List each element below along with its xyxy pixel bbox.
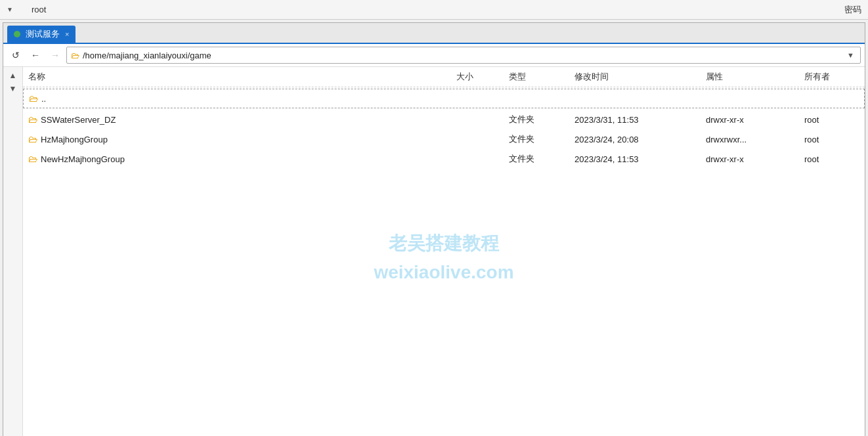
file-name-cell: 🗁 SSWaterServer_DZ bbox=[23, 112, 451, 127]
forward-button[interactable]: → bbox=[47, 47, 64, 64]
address-bar[interactable]: 🗁 ▼ bbox=[66, 47, 861, 64]
file-owner-cell: root bbox=[799, 132, 865, 146]
content-area: ▲ ▼ 老吴搭建教程 weixiaolive.com 名称 大小 类型 修改时间… bbox=[3, 67, 865, 436]
file-type-cell: 文件夹 bbox=[504, 112, 569, 127]
address-folder-icon: 🗁 bbox=[71, 51, 79, 60]
address-dropdown-arrow[interactable]: ▼ bbox=[845, 51, 856, 59]
col-permissions: 属性 bbox=[701, 70, 799, 84]
file-owner-cell: root bbox=[799, 112, 865, 127]
file-name-cell: 🗁 NewHzMajhongGroup bbox=[23, 152, 451, 166]
sidebar-up-arrow[interactable]: ▲ bbox=[9, 70, 17, 81]
file-rows: 🗁 .. 🗁 SSWaterServer_DZ 文件夹 2023/3/31, 1… bbox=[23, 87, 865, 436]
back-icon: ← bbox=[31, 50, 40, 60]
col-size: 大小 bbox=[451, 70, 504, 84]
refresh-icon: ↺ bbox=[12, 50, 20, 60]
forward-icon: → bbox=[51, 50, 60, 60]
refresh-button[interactable]: ↺ bbox=[7, 47, 24, 64]
top-bar-center: ▼ root bbox=[7, 5, 46, 14]
tab-service[interactable]: 测试服务 × bbox=[7, 26, 76, 43]
file-type-cell: 文件夹 bbox=[504, 152, 569, 166]
sidebar-down-arrow[interactable]: ▼ bbox=[9, 83, 17, 95]
file-type-cell: 文件夹 bbox=[504, 132, 569, 146]
dropdown-arrow-icon[interactable]: ▼ bbox=[7, 6, 13, 13]
left-sidebar: ▲ ▼ bbox=[3, 67, 23, 436]
parent-dir-owner bbox=[798, 92, 864, 105]
table-row[interactable]: 🗁 NewHzMajhongGroup 文件夹 2023/3/24, 11:53… bbox=[23, 149, 865, 169]
file-modified-cell: 2023/3/24, 20:08 bbox=[569, 132, 701, 146]
file-permissions-cell: drwxr-xr-x bbox=[701, 152, 799, 166]
col-modified: 修改时间 bbox=[569, 70, 701, 84]
file-permissions-cell: drwxr-xr-x bbox=[701, 112, 799, 127]
parent-dir-row[interactable]: 🗁 .. bbox=[23, 89, 865, 108]
tab-status-dot bbox=[14, 31, 20, 37]
parent-folder-icon: 🗁 bbox=[29, 93, 38, 104]
parent-dir-size bbox=[450, 92, 503, 105]
file-size-cell bbox=[451, 152, 504, 166]
file-modified-cell: 2023/3/24, 11:53 bbox=[569, 152, 701, 166]
toolbar: ↺ ← → 🗁 ▼ bbox=[3, 44, 865, 67]
file-modified-cell: 2023/3/31, 11:53 bbox=[569, 112, 701, 127]
col-name: 名称 bbox=[23, 70, 451, 84]
column-headers: 名称 大小 类型 修改时间 属性 所有者 bbox=[23, 67, 865, 87]
col-type: 类型 bbox=[504, 70, 569, 84]
file-name-cell: 🗁 HzMajhongGroup bbox=[23, 132, 451, 146]
back-button[interactable]: ← bbox=[27, 47, 44, 64]
folder-icon: 🗁 bbox=[28, 114, 37, 125]
folder-icon: 🗁 bbox=[28, 134, 37, 144]
main-window: 测试服务 × ↺ ← → 🗁 ▼ ▲ ▼ 老吴搭建教程 bbox=[3, 22, 865, 436]
table-row[interactable]: 🗁 HzMajhongGroup 文件夹 2023/3/24, 20:08 dr… bbox=[23, 129, 865, 149]
file-size-cell bbox=[451, 112, 504, 127]
file-permissions-cell: drwxrwxr... bbox=[701, 132, 799, 146]
address-input[interactable] bbox=[83, 51, 845, 60]
table-row[interactable]: 🗁 SSWaterServer_DZ 文件夹 2023/3/31, 11:53 … bbox=[23, 110, 865, 129]
parent-dir-name: 🗁 .. bbox=[24, 92, 450, 105]
top-bar-password-label: 密码 bbox=[844, 4, 861, 16]
file-list-container: 老吴搭建教程 weixiaolive.com 名称 大小 类型 修改时间 属性 … bbox=[23, 67, 865, 436]
tab-bar: 测试服务 × bbox=[3, 23, 865, 44]
parent-dir-permissions bbox=[700, 92, 798, 105]
folder-icon: 🗁 bbox=[28, 154, 37, 164]
parent-dir-modified bbox=[569, 92, 700, 105]
file-size-cell bbox=[451, 132, 504, 146]
tab-close-button[interactable]: × bbox=[65, 30, 69, 38]
tab-label: 测试服务 bbox=[26, 28, 60, 40]
top-bar: ▼ root 密码 bbox=[0, 0, 868, 20]
col-owner: 所有者 bbox=[799, 70, 865, 84]
file-list: 🗁 SSWaterServer_DZ 文件夹 2023/3/31, 11:53 … bbox=[23, 110, 865, 169]
top-bar-user-label: root bbox=[32, 5, 46, 14]
parent-dir-type bbox=[503, 92, 569, 105]
file-owner-cell: root bbox=[799, 152, 865, 166]
